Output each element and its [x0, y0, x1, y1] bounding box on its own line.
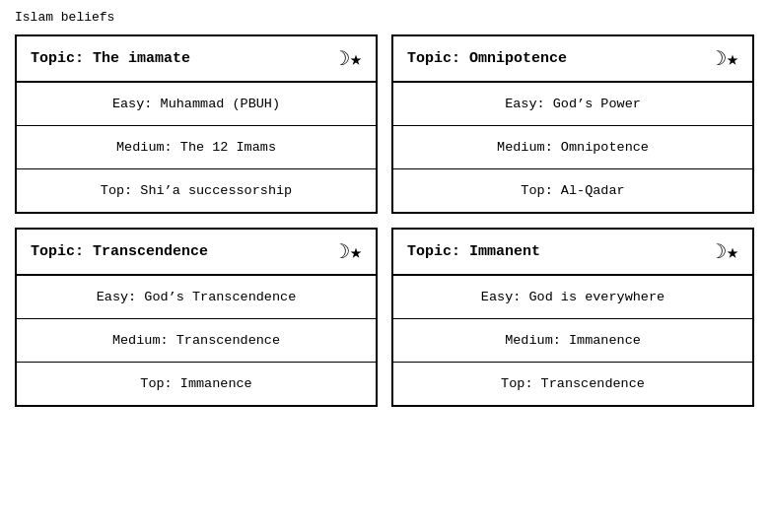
card-header-imamate[interactable]: Topic: The imamate ☽★ [17, 36, 376, 83]
topic-label-transcendence: Topic: Transcendence [31, 243, 208, 260]
crescent-star-icon: ☽★ [715, 239, 738, 264]
easy-row-omnipotence[interactable]: Easy: God’s Power [393, 83, 752, 126]
card-imamate: Topic: The imamate ☽★ Easy: Muhammad (PB… [15, 34, 378, 214]
easy-row-immanent[interactable]: Easy: God is everywhere [393, 276, 752, 319]
topic-label-immanent: Topic: Immanent [407, 243, 540, 260]
top-row-immanent[interactable]: Top: Transcendence [393, 363, 752, 405]
top-row-imamate[interactable]: Top: Shi’a successorship [17, 169, 376, 212]
topic-label-imamate: Topic: The imamate [31, 50, 190, 67]
top-row-omnipotence[interactable]: Top: Al-Qadar [393, 169, 752, 212]
card-header-immanent[interactable]: Topic: Immanent ☽★ [393, 230, 752, 276]
crescent-star-icon: ☽★ [715, 46, 738, 71]
easy-row-imamate[interactable]: Easy: Muhammad (PBUH) [17, 83, 376, 126]
card-transcendence: Topic: Transcendence ☽★ Easy: God’s Tran… [15, 228, 378, 407]
medium-row-imamate[interactable]: Medium: The 12 Imams [17, 126, 376, 169]
card-header-transcendence[interactable]: Topic: Transcendence ☽★ [17, 230, 376, 276]
card-header-omnipotence[interactable]: Topic: Omnipotence ☽★ [393, 36, 752, 83]
card-omnipotence: Topic: Omnipotence ☽★ Easy: God’s Power … [391, 34, 754, 214]
crescent-star-icon: ☽★ [338, 46, 362, 71]
medium-row-immanent[interactable]: Medium: Immanence [393, 319, 752, 363]
top-row-transcendence[interactable]: Top: Immanence [17, 363, 376, 405]
medium-row-transcendence[interactable]: Medium: Transcendence [17, 319, 376, 363]
topic-label-omnipotence: Topic: Omnipotence [407, 50, 567, 67]
page-title: Islam beliefs [15, 10, 754, 25]
card-immanent: Topic: Immanent ☽★ Easy: God is everywhe… [391, 228, 754, 407]
easy-row-transcendence[interactable]: Easy: God’s Transcendence [17, 276, 376, 319]
medium-row-omnipotence[interactable]: Medium: Omnipotence [393, 126, 752, 169]
cards-grid: Topic: The imamate ☽★ Easy: Muhammad (PB… [15, 34, 754, 407]
crescent-star-icon: ☽★ [338, 239, 362, 264]
